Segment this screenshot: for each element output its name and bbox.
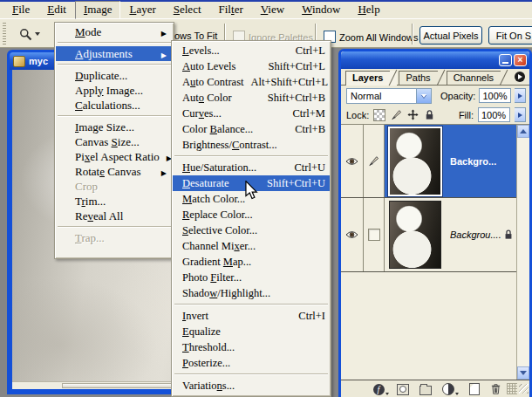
menu-item-adjustments[interactable]: Adjustments [56, 46, 173, 61]
menu-item-pixel-aspect-ratio[interactable]: Pixel Aspect Ratio [56, 149, 173, 164]
layer-thumbnail[interactable] [385, 198, 446, 271]
close-icon[interactable]: × [514, 54, 527, 66]
actual-pixels-button[interactable]: Actual Pixels [419, 26, 482, 44]
fit-on-screen-button[interactable]: Fit On S [488, 26, 532, 44]
lock-label: Lock: [346, 110, 369, 120]
layer-mask-icon[interactable] [397, 383, 409, 395]
menu-item-auto-color[interactable]: Auto ColorShift+Ctrl+B [173, 90, 330, 106]
menu-item-auto-contrast[interactable]: Auto ContrastAlt+Shift+Ctrl+L [173, 74, 330, 90]
menu-item-curves[interactable]: Curves...Ctrl+M [173, 106, 330, 121]
menubar-item-edit[interactable]: Edit [38, 1, 75, 19]
menu-item-trim[interactable]: Trim... [56, 194, 173, 209]
menu-item-shadow-highlight[interactable]: Shadow/Highlight... [173, 285, 330, 301]
lock-all-icon[interactable] [423, 109, 435, 121]
lock-move-icon[interactable] [406, 109, 419, 121]
menu-item-label: Trap... [75, 231, 105, 245]
menu-item-levels[interactable]: Levels...Ctrl+L [173, 43, 330, 58]
menu-item-crop[interactable]: Crop [56, 179, 173, 194]
menu-item-image-size[interactable]: Image Size... [56, 120, 173, 134]
lock-paint-icon[interactable] [390, 109, 402, 121]
menu-item-calculations[interactable]: Calculations... [56, 98, 173, 113]
lock-transparency-icon[interactable] [373, 109, 385, 121]
new-group-icon[interactable] [419, 383, 432, 395]
chevron-down-icon[interactable] [416, 89, 431, 103]
visibility-eye-icon[interactable] [341, 198, 364, 271]
opacity-field[interactable]: 100% [479, 88, 511, 103]
menu-item-posterize[interactable]: Posterize... [173, 355, 330, 371]
menu-item-label: Reveal All [75, 209, 123, 223]
adjustment-layer-icon[interactable] [442, 383, 454, 395]
menu-item-gradient-map[interactable]: Gradient Map... [173, 254, 330, 270]
menubar-item-file[interactable]: File [3, 1, 38, 19]
visibility-eye-icon[interactable] [341, 125, 364, 197]
menubar-item-filter[interactable]: Filter [210, 1, 252, 19]
menu-item-photo-filter[interactable]: Photo Filter... [173, 270, 330, 285]
tab-paths[interactable]: Paths [399, 71, 444, 85]
tool-preset-dropdown-icon[interactable] [35, 32, 40, 36]
menu-item-color-balance[interactable]: Color Balance...Ctrl+B [173, 121, 330, 137]
painting-brush-icon[interactable] [364, 125, 385, 197]
link-cell[interactable] [364, 198, 385, 271]
layer-row-1[interactable]: Backgrou.... [341, 198, 516, 272]
tab-layers[interactable]: Layers [345, 71, 397, 86]
opacity-label: Opacity: [440, 91, 475, 101]
blend-mode-select[interactable]: Normal [346, 88, 432, 104]
layer-name-cell[interactable]: Backgro... [446, 125, 516, 197]
menubar-item-help[interactable]: Help [349, 1, 388, 19]
menu-item-label: Filter [219, 3, 243, 16]
menu-item-canvas-size[interactable]: Canvas Size... [56, 134, 173, 149]
menu-item-apply-image[interactable]: Apply Image... [56, 83, 173, 98]
options-bar-grip[interactable] [3, 23, 6, 44]
scroll-down-icon[interactable] [517, 366, 529, 380]
scroll-up-icon[interactable] [517, 125, 529, 138]
tab-channels[interactable]: Channels [447, 71, 508, 85]
menubar-item-image[interactable]: Image [75, 1, 121, 19]
menu-item-replace-color[interactable]: Replace Color... [173, 207, 330, 222]
menu-item-auto-levels[interactable]: Auto LevelsShift+Ctrl+L [173, 58, 330, 74]
menu-item-variations[interactable]: Variations... [173, 378, 330, 394]
menu-item-label: Match Color... [182, 193, 245, 206]
menu-shortcut: Ctrl+I [291, 310, 325, 323]
new-layer-icon[interactable] [468, 383, 481, 395]
layer-thumbnail[interactable] [385, 125, 446, 197]
menu-item-label: Apply Image... [75, 84, 143, 98]
menu-item-channel-mixer[interactable]: Channel Mixer... [173, 238, 330, 254]
menu-item-duplicate[interactable]: Duplicate... [56, 68, 173, 83]
menu-item-hue-saturation[interactable]: Hue/Saturation...Ctrl+U [173, 160, 330, 175]
zoom-all-windows-checkbox[interactable]: Zoom All Windows [324, 31, 418, 43]
menubar-item-window[interactable]: Window [293, 1, 349, 19]
menubar-item-layer[interactable]: Layer [120, 1, 164, 19]
layers-scrollbar[interactable] [516, 125, 529, 380]
palette-corner-grip[interactable] [519, 384, 529, 394]
menu-item-label: Calculations... [75, 99, 140, 113]
menu-separator [174, 373, 328, 375]
delete-layer-icon[interactable] [489, 383, 501, 395]
menu-item-invert[interactable]: InvertCtrl+I [173, 308, 330, 324]
palette-titlebar[interactable]: × [341, 51, 529, 69]
palette-menu-icon[interactable] [515, 72, 525, 82]
menu-item-selective-color[interactable]: Selective Color... [173, 222, 330, 238]
fill-slider-arrow-icon[interactable] [515, 107, 526, 122]
layer-row-0[interactable]: Backgro... [341, 125, 516, 198]
menu-item-brightness-contrast[interactable]: Brightness/Contrast... [173, 137, 330, 153]
menu-item-label: Gradient Map... [182, 256, 251, 269]
menubar-item-view[interactable]: View [252, 1, 293, 19]
menu-item-threshold[interactable]: Threshold... [173, 339, 330, 355]
fill-field[interactable]: 100% [478, 107, 510, 122]
opacity-slider-arrow-icon[interactable] [515, 88, 526, 103]
zoom-tool-button[interactable] [14, 24, 49, 44]
palette-bottom-bar: f [341, 380, 529, 397]
menu-item-equalize[interactable]: Equalize [173, 324, 330, 339]
minimize-button[interactable] [499, 54, 512, 66]
palette-resize-grip[interactable] [507, 383, 517, 394]
document-scrollbar-thumb[interactable] [62, 383, 188, 388]
menu-item-reveal-all[interactable]: Reveal All [56, 209, 173, 223]
menu-item-trap[interactable]: Trap... [56, 230, 173, 245]
menu-item-rotate-canvas[interactable]: Rotate Canvas [56, 164, 173, 179]
menu-item-label: File [12, 3, 30, 16]
layer-name-cell[interactable]: Backgrou.... [446, 198, 516, 271]
menu-item-mode[interactable]: Mode [56, 24, 173, 39]
menu-shortcut: Ctrl+U [287, 161, 325, 175]
layer-style-icon[interactable]: f [372, 383, 385, 395]
menubar-item-select[interactable]: Select [165, 1, 210, 19]
